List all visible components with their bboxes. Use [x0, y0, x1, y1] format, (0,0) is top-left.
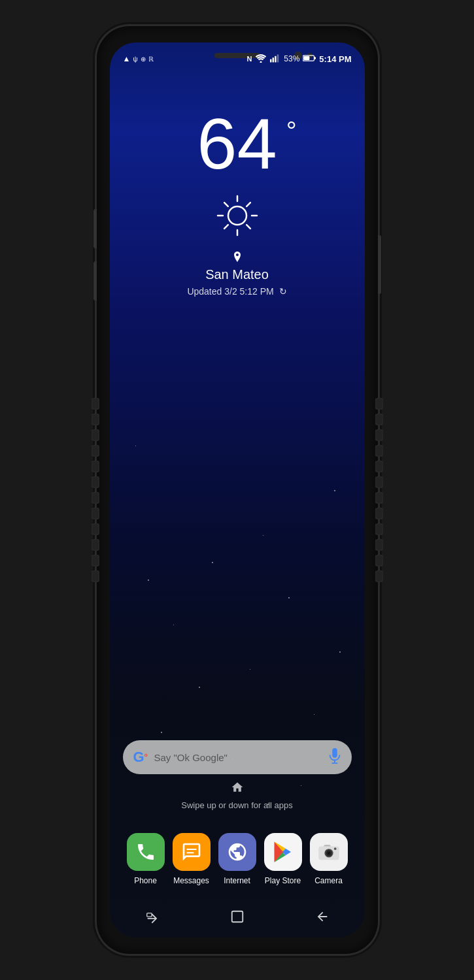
- google-g-logo: Go: [133, 749, 148, 766]
- app-camera[interactable]: Camera: [306, 833, 352, 885]
- weather-sun-icon: [214, 193, 260, 238]
- svg-point-0: [260, 61, 262, 63]
- phone-screen: ▲ ψ ⊕ ℝ N: [110, 42, 365, 938]
- app-play-store[interactable]: Play Store: [260, 833, 306, 885]
- svg-line-14: [246, 225, 250, 229]
- nfc-icon: N: [246, 55, 252, 63]
- location-pin: [233, 252, 241, 262]
- svg-rect-17: [332, 748, 337, 758]
- degree-symbol: °: [286, 118, 297, 144]
- microphone-icon[interactable]: [328, 748, 341, 766]
- search-placeholder: Say "Ok Google": [154, 752, 322, 763]
- app-phone[interactable]: Phone: [123, 833, 169, 885]
- volume-up-button[interactable]: [93, 209, 97, 248]
- svg-rect-4: [277, 54, 279, 62]
- lock-icon: ⊕: [141, 56, 146, 63]
- app-dock: Phone Messages Intern: [116, 833, 358, 885]
- svg-point-24: [333, 847, 336, 850]
- svg-rect-7: [304, 56, 310, 60]
- usb-icon: ψ: [133, 56, 137, 63]
- power-button[interactable]: [378, 235, 381, 294]
- grip-right: [375, 398, 383, 582]
- play-store-label: Play Store: [265, 876, 301, 885]
- alert-icon: ℝ: [148, 56, 154, 63]
- svg-rect-1: [270, 59, 271, 63]
- internet-icon: [218, 833, 256, 871]
- volume-down-button[interactable]: [93, 261, 97, 301]
- temperature-display: 64°: [197, 108, 277, 180]
- svg-rect-6: [314, 57, 316, 59]
- navigation-bar: [110, 909, 365, 928]
- status-bar: ▲ ψ ⊕ ℝ N: [110, 42, 365, 75]
- drawer-hint-text: Swipe up or down for all apps: [181, 800, 293, 810]
- status-time: 5:14 PM: [319, 54, 351, 64]
- battery-percent: 53%: [284, 54, 299, 63]
- phone-label: Phone: [134, 876, 157, 885]
- svg-rect-2: [273, 57, 274, 62]
- svg-line-13: [224, 203, 228, 206]
- svg-line-16: [224, 225, 228, 229]
- recent-apps-button[interactable]: [145, 911, 160, 927]
- messages-label: Messages: [173, 876, 209, 885]
- weather-updated: Updated 3/2 5:12 PM ↻: [187, 286, 286, 297]
- back-button[interactable]: [315, 909, 330, 928]
- svg-point-23: [328, 852, 330, 855]
- internet-label: Internet: [224, 876, 250, 885]
- status-left-icons: ▲ ψ ⊕ ℝ: [123, 54, 154, 63]
- status-right-icons: N 53%: [246, 54, 351, 64]
- battery-icon: [303, 54, 316, 63]
- home-icon: [231, 781, 244, 796]
- home-button[interactable]: [230, 909, 245, 928]
- camera-icon: [310, 833, 348, 871]
- weather-widget[interactable]: 64° San Mateo Updated 3/2 5:12 PM: [110, 108, 365, 297]
- camera-label: Camera: [314, 876, 343, 885]
- signal-icon: [270, 54, 280, 64]
- svg-rect-3: [275, 56, 277, 63]
- wifi-icon: [255, 54, 267, 64]
- grip-left: [92, 398, 99, 582]
- play-store-icon: [264, 833, 302, 871]
- phone-icon: [127, 833, 165, 871]
- google-search-bar[interactable]: Go Say "Ok Google": [123, 740, 352, 774]
- app-messages[interactable]: Messages: [169, 833, 214, 885]
- city-name: San Mateo: [205, 267, 269, 282]
- phone-device: ▲ ψ ⊕ ℝ N: [97, 26, 378, 954]
- warning-icon: ▲: [123, 54, 131, 63]
- svg-rect-25: [146, 913, 151, 917]
- messages-icon: [173, 833, 211, 871]
- app-internet[interactable]: Internet: [214, 833, 260, 885]
- app-drawer-hint: Swipe up or down for all apps: [110, 781, 365, 810]
- svg-line-15: [246, 203, 250, 206]
- svg-point-8: [228, 206, 246, 225]
- svg-rect-26: [231, 911, 243, 923]
